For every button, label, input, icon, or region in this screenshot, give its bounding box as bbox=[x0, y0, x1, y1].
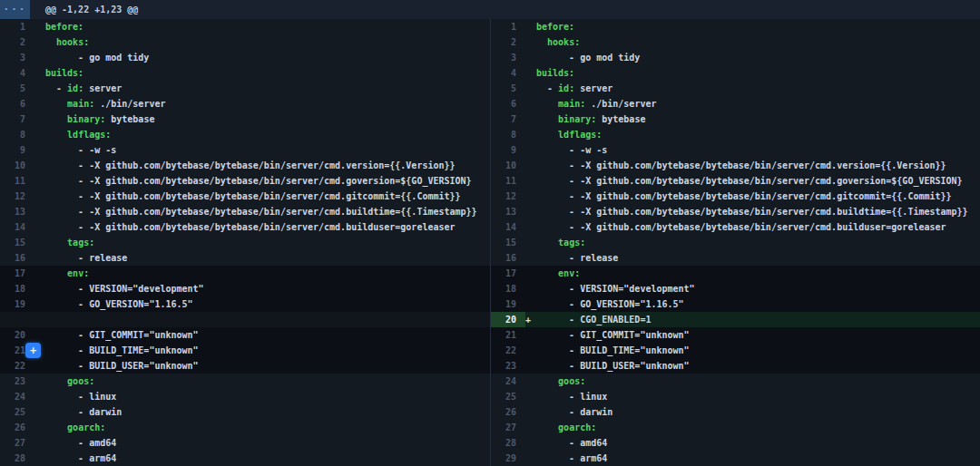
line-marker bbox=[34, 204, 45, 219]
code-line: goos: bbox=[536, 374, 585, 389]
diff-row: 2 hooks: bbox=[491, 34, 980, 50]
line-number[interactable]: 12 bbox=[491, 189, 525, 204]
diff-row: 19 - GO_VERSION="1.16.5" bbox=[491, 296, 980, 312]
line-marker bbox=[34, 142, 45, 158]
diff-row: 17 env: bbox=[0, 266, 490, 281]
line-number[interactable]: 4 bbox=[0, 65, 34, 81]
line-number[interactable]: 28 bbox=[0, 451, 34, 466]
code-line: binary: bytebase bbox=[45, 112, 154, 127]
line-number[interactable]: 8 bbox=[0, 127, 34, 142]
line-number[interactable]: 2 bbox=[491, 34, 525, 50]
line-marker bbox=[34, 127, 45, 142]
line-number[interactable]: 7 bbox=[491, 112, 525, 127]
line-number[interactable]: 18 bbox=[0, 281, 34, 296]
add-comment-button[interactable]: + bbox=[25, 343, 41, 358]
code-line: - BUILD_TIME="unknown" bbox=[45, 343, 199, 358]
line-number[interactable]: 19 bbox=[0, 296, 34, 312]
line-number[interactable]: 23 bbox=[0, 374, 34, 389]
line-number[interactable]: 5 bbox=[0, 81, 34, 96]
line-marker bbox=[525, 173, 536, 189]
code-line: goarch: bbox=[536, 420, 596, 435]
line-number[interactable]: 17 bbox=[0, 266, 34, 281]
line-number[interactable]: 10 bbox=[0, 158, 34, 173]
line-number[interactable]: 11 bbox=[0, 173, 34, 189]
line-number[interactable]: 11 bbox=[491, 173, 525, 189]
line-number[interactable]: 27 bbox=[491, 420, 525, 435]
line-number[interactable]: 13 bbox=[491, 204, 525, 219]
code-line: - go mod tidy bbox=[536, 50, 640, 65]
line-number[interactable]: 16 bbox=[0, 250, 34, 266]
line-number[interactable]: 29 bbox=[491, 451, 525, 466]
code-line: - -w -s bbox=[536, 142, 607, 158]
diff-row: 21 - GIT_COMMIT="unknown" bbox=[491, 327, 980, 343]
line-marker bbox=[34, 404, 45, 420]
line-number bbox=[0, 312, 34, 327]
line-number[interactable]: 15 bbox=[0, 235, 34, 250]
diff-row: 23 - BUILD_USER="unknown" bbox=[491, 358, 980, 374]
line-number[interactable]: 19 bbox=[491, 296, 525, 312]
line-number[interactable]: 28 bbox=[491, 435, 525, 451]
line-number[interactable]: 7 bbox=[0, 112, 34, 127]
code-line: env: bbox=[45, 266, 89, 281]
line-number[interactable]: 22 bbox=[0, 358, 34, 374]
line-marker bbox=[525, 420, 536, 435]
diff-row: 8 ldflags: bbox=[491, 127, 980, 142]
line-number[interactable]: 26 bbox=[0, 420, 34, 435]
line-number[interactable]: 24 bbox=[0, 389, 34, 404]
line-marker bbox=[525, 343, 536, 358]
line-number[interactable]: 25 bbox=[0, 404, 34, 420]
line-number[interactable]: 4 bbox=[491, 65, 525, 81]
line-number[interactable]: 20 bbox=[0, 327, 34, 343]
line-number[interactable]: 8 bbox=[491, 127, 525, 142]
line-marker bbox=[525, 127, 536, 142]
line-number[interactable]: 5 bbox=[491, 81, 525, 96]
line-marker bbox=[525, 19, 536, 34]
line-number[interactable]: 14 bbox=[0, 219, 34, 235]
diff-pane-old: 1before:2 hooks:3 - go mod tidy4builds:5… bbox=[0, 19, 490, 466]
code-line: - CGO_ENABLED=1 bbox=[536, 312, 651, 327]
code-line: - amd64 bbox=[45, 435, 116, 451]
line-number[interactable]: 23 bbox=[491, 358, 525, 374]
line-number[interactable]: 3 bbox=[491, 50, 525, 65]
line-number[interactable]: 15 bbox=[491, 235, 525, 250]
code-line: builds: bbox=[45, 65, 83, 81]
line-number[interactable]: 27 bbox=[0, 435, 34, 451]
line-number[interactable]: 20 bbox=[491, 312, 525, 327]
code-line: binary: bytebase bbox=[536, 112, 645, 127]
line-number[interactable]: 6 bbox=[491, 96, 525, 112]
line-marker bbox=[34, 420, 45, 435]
line-number[interactable]: 13 bbox=[0, 204, 34, 219]
line-marker bbox=[525, 65, 536, 81]
expand-hunk-button[interactable]: ··· bbox=[0, 0, 30, 19]
line-marker bbox=[525, 389, 536, 404]
line-marker bbox=[525, 204, 536, 219]
line-number[interactable]: 9 bbox=[491, 142, 525, 158]
line-number[interactable]: 18 bbox=[491, 281, 525, 296]
line-number[interactable]: 10 bbox=[491, 158, 525, 173]
line-marker bbox=[525, 404, 536, 420]
line-number[interactable]: 25 bbox=[491, 389, 525, 404]
line-number[interactable]: 21 bbox=[491, 327, 525, 343]
line-number[interactable]: 2 bbox=[0, 34, 34, 50]
code-line: - id: server bbox=[45, 81, 122, 96]
line-number[interactable]: 3 bbox=[0, 50, 34, 65]
line-number[interactable]: 22 bbox=[491, 343, 525, 358]
line-number[interactable]: 17 bbox=[491, 266, 525, 281]
diff-row: 15 tags: bbox=[0, 235, 490, 250]
line-number[interactable]: 24 bbox=[491, 374, 525, 389]
line-number[interactable]: 26 bbox=[491, 404, 525, 420]
code-line: - darwin bbox=[45, 404, 122, 420]
line-number[interactable]: 14 bbox=[491, 219, 525, 235]
line-number[interactable]: 9 bbox=[0, 142, 34, 158]
line-number[interactable]: 6 bbox=[0, 96, 34, 112]
line-number[interactable]: 1 bbox=[491, 19, 525, 34]
code-line: - linux bbox=[45, 389, 116, 404]
line-marker bbox=[34, 327, 45, 343]
line-number[interactable]: 1 bbox=[0, 19, 34, 34]
line-number[interactable]: 16 bbox=[491, 250, 525, 266]
line-number[interactable]: 12 bbox=[0, 189, 34, 204]
code-line: tags: bbox=[536, 235, 585, 250]
line-marker bbox=[525, 250, 536, 266]
line-marker bbox=[525, 50, 536, 65]
code-line: - BUILD_USER="unknown" bbox=[45, 358, 199, 374]
